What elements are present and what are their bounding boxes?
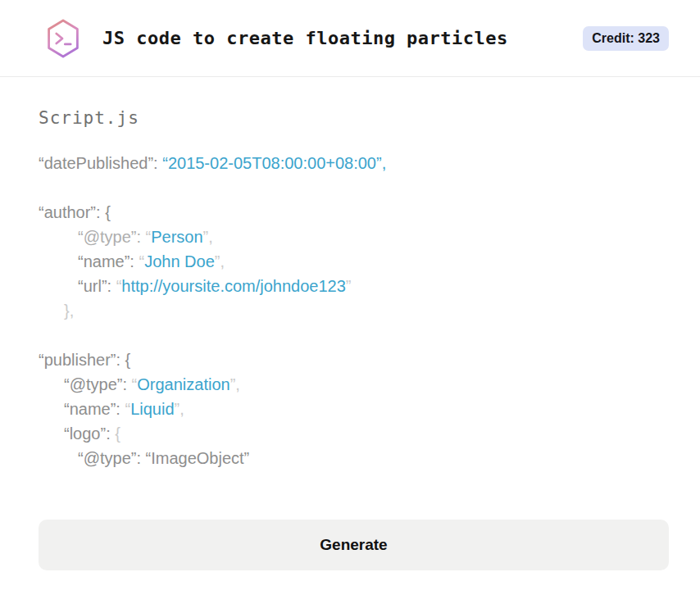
code-segment: Organization <box>137 375 230 393</box>
code-segment: “name” <box>78 252 130 270</box>
page-title: JS code to create floating particles <box>102 28 583 48</box>
code-line: “publisher”: { <box>39 347 669 372</box>
code-segment: { <box>125 351 131 369</box>
code-segment: “@type” <box>64 375 122 393</box>
code-segment: : <box>106 425 115 443</box>
code-line: }, <box>39 298 669 323</box>
code-line: “@type”: “Organization”, <box>39 372 669 397</box>
code-line: “author”: { <box>39 200 669 225</box>
code-segment: http://yoursite.com/johndoe123 <box>121 277 346 295</box>
code-segment: : <box>116 351 125 369</box>
code-segment: { <box>105 203 111 221</box>
code-segment: , <box>220 252 225 270</box>
code-line: “url”: “http://yoursite.com/johndoe123” <box>39 274 669 298</box>
code-segment: : <box>136 228 145 246</box>
code-segment: Liquid <box>130 400 174 418</box>
code-segment: : <box>116 400 125 418</box>
code-line: “@type”: “Person”, <box>39 225 669 249</box>
code-blank-line <box>39 323 669 347</box>
filename-heading: Script.js <box>39 108 669 128</box>
code-segment: }, <box>64 302 74 320</box>
code-segment: Person <box>151 228 202 246</box>
code-segment: “@type” <box>78 228 136 246</box>
code-segment: : <box>122 375 131 393</box>
code-segment: : <box>153 154 162 172</box>
code-segment: , <box>235 375 240 393</box>
code-block: “datePublished”: “2015-02-05T08:00:00+08… <box>39 151 669 470</box>
code-segment: “2015-02-05T08:00:00+08:00”, <box>162 154 386 172</box>
main-content: Script.js “datePublished”: “2015-02-05T0… <box>0 108 700 570</box>
code-segment: “name” <box>64 400 116 418</box>
code-segment: “datePublished” <box>39 154 153 172</box>
code-segment: “logo” <box>64 425 106 443</box>
code-line: “name”: “Liquid”, <box>39 397 669 421</box>
terminal-prompt-hexagon-icon <box>45 18 81 59</box>
code-segment: , <box>180 400 184 418</box>
code-segment: : <box>130 252 139 270</box>
code-segment: , <box>208 228 213 246</box>
credit-badge: Credit: 323 <box>583 26 669 51</box>
generate-button[interactable]: Generate <box>39 520 669 570</box>
code-segment: “@type”: “ImageObject” <box>78 449 249 467</box>
code-segment: : <box>96 203 105 221</box>
code-segment: : <box>107 277 116 295</box>
code-segment: “author” <box>39 203 96 221</box>
code-line: “name”: “John Doe”, <box>39 249 669 274</box>
code-blank-line <box>39 175 669 200</box>
code-line: “datePublished”: “2015-02-05T08:00:00+08… <box>39 151 669 175</box>
code-segment: John Doe <box>144 252 215 270</box>
code-segment: ” <box>346 277 352 295</box>
code-segment: “url” <box>78 277 107 295</box>
code-segment: “publisher” <box>39 351 116 369</box>
code-line: “logo”: { <box>39 421 669 446</box>
code-segment: { <box>115 425 120 443</box>
header: JS code to create floating particles Cre… <box>0 0 700 77</box>
code-line: “@type”: “ImageObject” <box>39 446 669 470</box>
